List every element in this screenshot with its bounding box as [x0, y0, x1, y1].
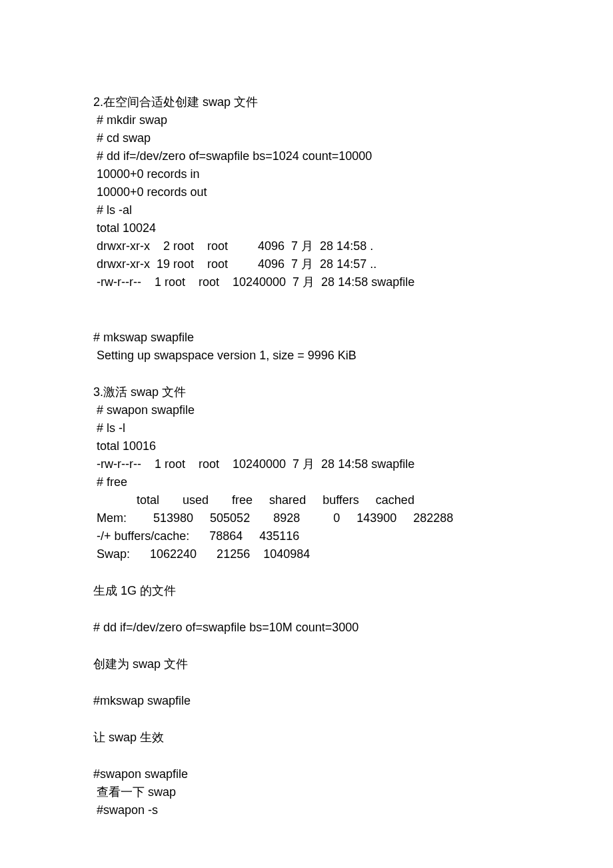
text-line: total 10016	[93, 437, 520, 455]
blank-line	[93, 291, 520, 310]
text-line: 查看一下 swap	[93, 783, 520, 801]
blank-line	[93, 747, 520, 765]
text-line: -rw-r--r-- 1 root root 10240000 7 月 28 1…	[93, 273, 520, 291]
text-line: #swapon -s	[93, 801, 520, 819]
blank-line	[93, 710, 520, 729]
text-line: # swapon swapfile	[93, 401, 520, 419]
text-line: # dd if=/dev/zero of=swapfile bs=1024 co…	[93, 147, 520, 165]
blank-line	[93, 365, 520, 383]
text-line: #mkswap swapfile	[93, 692, 520, 710]
blank-line	[93, 637, 520, 655]
text-line: 生成 1G 的文件	[93, 582, 520, 600]
text-line: 10000+0 records out	[93, 183, 520, 201]
text-line: # mkdir swap	[93, 111, 520, 129]
text-line: 让 swap 生效	[93, 729, 520, 747]
text-line: Swap: 1062240 21256 1040984	[93, 545, 520, 563]
text-line: # dd if=/dev/zero of=swapfile bs=10M cou…	[93, 619, 520, 637]
text-line: drwxr-xr-x 2 root root 4096 7 月 28 14:58…	[93, 237, 520, 255]
text-line: 10000+0 records in	[93, 165, 520, 183]
text-line: 创建为 swap 文件	[93, 655, 520, 673]
text-line: total 10024	[93, 219, 520, 237]
text-line: Setting up swapspace version 1, size = 9…	[93, 347, 520, 365]
text-line: total used free shared buffers cached	[93, 491, 520, 509]
blank-line	[93, 563, 520, 582]
text-line: #swapon swapfile	[93, 765, 520, 783]
text-line: # ls -al	[93, 201, 520, 219]
text-line: -rw-r--r-- 1 root root 10240000 7 月 28 1…	[93, 455, 520, 473]
document-page: 2.在空间合适处创建 swap 文件 # mkdir swap # cd swa…	[0, 0, 613, 868]
text-line: # mkswap swapfile	[93, 329, 520, 347]
text-line: # cd swap	[93, 129, 520, 147]
blank-line	[93, 600, 520, 619]
text-line: # ls -l	[93, 419, 520, 437]
blank-line	[93, 673, 520, 692]
blank-line	[93, 310, 520, 329]
text-line: 3.激活 swap 文件	[93, 383, 520, 401]
text-line: Mem: 513980 505052 8928 0 143900 282288	[93, 509, 520, 527]
text-line: -/+ buffers/cache: 78864 435116	[93, 527, 520, 545]
text-line: drwxr-xr-x 19 root root 4096 7 月 28 14:5…	[93, 255, 520, 273]
text-line: 2.在空间合适处创建 swap 文件	[93, 93, 520, 111]
text-line: # free	[93, 473, 520, 491]
